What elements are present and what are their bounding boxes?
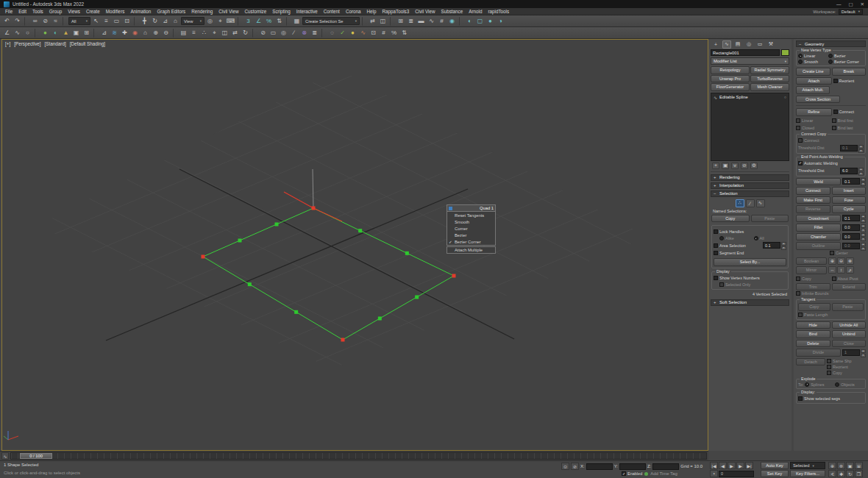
reverse-button[interactable]: Reverse bbox=[796, 205, 830, 213]
cross-section-button[interactable]: Cross Section bbox=[796, 96, 840, 104]
workspace-dropdown[interactable]: Default bbox=[839, 9, 863, 15]
rollout-rendering-header[interactable]: + Rendering bbox=[711, 174, 789, 181]
coord-system-dropdown[interactable]: View bbox=[181, 17, 204, 25]
curve-editor-icon[interactable]: ∿ bbox=[427, 17, 436, 26]
rollout-geometry-header[interactable]: − Geometry bbox=[796, 40, 866, 47]
modifier-stack[interactable]: ∿ Editable Spline ○ bbox=[711, 93, 789, 161]
explode-splines-radio[interactable]: Splines bbox=[805, 382, 833, 387]
rollout-selection-header[interactable]: − Selection bbox=[711, 190, 789, 197]
make-unique-icon[interactable]: ⊎ bbox=[731, 163, 739, 169]
list-tool-icon[interactable]: ▤ bbox=[179, 29, 188, 38]
bezier-vertex-radio[interactable]: Bezier bbox=[828, 54, 864, 58]
about-pivot-checkbox[interactable]: About Pivot bbox=[832, 276, 867, 282]
menu-item[interactable]: Group bbox=[46, 9, 65, 14]
keyboard-override-icon[interactable]: ⌨ bbox=[226, 17, 235, 26]
cone-tool-icon[interactable]: ▲ bbox=[61, 29, 71, 38]
center-checkbox[interactable]: Center bbox=[796, 250, 866, 256]
menu-item[interactable]: File bbox=[2, 9, 15, 14]
detach-reorient-checkbox[interactable]: Reorient bbox=[827, 364, 866, 370]
home-t ool-icon[interactable]: ⌂ bbox=[140, 29, 150, 38]
menu-item[interactable]: Modifiers bbox=[103, 9, 128, 14]
menu-item[interactable]: Edit bbox=[15, 9, 29, 14]
fillet-spinner[interactable]: 0.0▴▾ bbox=[842, 224, 866, 231]
break-button[interactable]: Break bbox=[832, 68, 867, 76]
window-crossing-icon[interactable]: ⊡ bbox=[122, 17, 132, 26]
zoom-icon[interactable]: ⊕ bbox=[828, 462, 836, 469]
lines-tool-icon[interactable]: ≣ bbox=[310, 29, 319, 38]
divide-button[interactable]: Divide bbox=[796, 349, 841, 357]
quad-menu-item[interactable]: Smooth bbox=[447, 218, 495, 225]
cycle-button[interactable]: Cycle bbox=[832, 205, 867, 213]
select-rotate-icon[interactable]: ↻ bbox=[150, 17, 160, 26]
sphere-tool-icon[interactable]: ● bbox=[40, 29, 50, 38]
detach-copy-checkbox[interactable]: Copy bbox=[827, 370, 866, 376]
rotate-tool-icon[interactable]: ↻ bbox=[241, 29, 250, 38]
modifier-button[interactable]: Retopology bbox=[711, 66, 750, 74]
connect-button[interactable]: Connect bbox=[796, 187, 830, 195]
segment-subobject-icon[interactable]: ∕ bbox=[746, 199, 755, 207]
selected-only-checkbox[interactable]: Selected Only bbox=[714, 282, 786, 288]
render-setup-icon[interactable]: ◐ bbox=[465, 17, 474, 26]
delete-button[interactable]: Delete bbox=[796, 340, 830, 348]
modifier-button[interactable]: FloorGenerator bbox=[711, 83, 750, 91]
alike-radio[interactable]: Alike bbox=[719, 236, 753, 240]
viewport-view-menu[interactable]: [Perspective] bbox=[14, 41, 40, 46]
segment-end-checkbox[interactable]: Segment End bbox=[714, 250, 786, 256]
bezier-corner-vertex-radio[interactable]: Bezier Corner bbox=[828, 60, 864, 64]
fillet-button[interactable]: Fillet bbox=[796, 224, 841, 232]
enabled-checkbox[interactable]: Enabled bbox=[622, 471, 642, 477]
pivot-tool-icon[interactable]: ◎ bbox=[279, 29, 288, 38]
slash-tool-icon[interactable]: ∕ bbox=[289, 29, 299, 38]
bind-last-checkbox[interactable]: Bind last bbox=[832, 125, 867, 131]
align-tool-icon[interactable]: ◫ bbox=[220, 29, 230, 38]
mirror-vertical-icon[interactable]: ↕ bbox=[837, 266, 845, 274]
insert-button[interactable]: Insert bbox=[832, 187, 867, 195]
object-name-field[interactable]: Rectangle001 bbox=[711, 49, 780, 56]
x-coordinate-field[interactable] bbox=[586, 463, 613, 470]
make-first-button[interactable]: Make First bbox=[796, 196, 830, 204]
spline-subobject-icon[interactable]: ∿ bbox=[756, 199, 765, 207]
vertex-subobject-icon[interactable]: ∴ bbox=[736, 199, 744, 207]
box-tool-icon[interactable]: ▣ bbox=[71, 29, 81, 38]
fuse-button[interactable]: Fuse bbox=[832, 196, 867, 204]
lamp-tool-icon[interactable]: ● bbox=[348, 29, 357, 38]
menu-item[interactable]: rapidTools bbox=[485, 9, 512, 14]
disable-tool-icon[interactable]: ⊘ bbox=[258, 29, 268, 38]
menu-item[interactable]: Arnold bbox=[466, 9, 485, 14]
dotted-circle-tool-icon[interactable]: ◌ bbox=[327, 29, 337, 38]
modifier-button[interactable]: Mesh Cleaner bbox=[750, 83, 789, 91]
select-link-icon[interactable]: ∞ bbox=[30, 17, 40, 26]
select-by-button[interactable]: Select By... bbox=[714, 258, 786, 266]
next-frame-button[interactable]: ▶ bbox=[736, 462, 744, 469]
updown-tool-icon[interactable]: ⇅ bbox=[399, 29, 409, 38]
explode-objects-radio[interactable]: Objects bbox=[835, 382, 864, 387]
boolean-union-icon[interactable]: ⊕ bbox=[828, 257, 836, 265]
close-button[interactable]: Close bbox=[832, 340, 867, 348]
noise-tool-icon[interactable]: ∿ bbox=[358, 29, 368, 38]
maximize-viewport-icon[interactable]: ❒ bbox=[855, 470, 863, 477]
pin-stack-icon[interactable]: ⌖ bbox=[712, 163, 719, 169]
target-tool-icon[interactable]: ◉ bbox=[130, 29, 140, 38]
rect-tool-icon[interactable]: ▭ bbox=[268, 29, 278, 38]
current-frame-field[interactable]: 0 bbox=[719, 471, 754, 477]
menu-item[interactable]: Animation bbox=[127, 9, 154, 14]
trim-button[interactable]: Trim bbox=[796, 283, 830, 291]
rollout-soft-selection-header[interactable]: + Soft Selection bbox=[711, 299, 789, 306]
set-key-button[interactable]: Set Key bbox=[761, 470, 789, 477]
modifier-button[interactable]: Unwrap Pro bbox=[711, 75, 750, 83]
hide-button[interactable]: Hide bbox=[796, 321, 830, 329]
boolean-intersect-icon[interactable]: ⊗ bbox=[846, 257, 854, 265]
menu-item[interactable]: Rendering bbox=[188, 9, 216, 14]
mini-curve-editor-icon[interactable]: ∿ bbox=[1, 452, 9, 460]
viewport[interactable]: [+] [Perspective] [Standard] [Default Sh… bbox=[1, 39, 708, 451]
redo-icon[interactable]: ↷ bbox=[13, 17, 22, 26]
crossinsert-spinner[interactable]: 0.1▴▾ bbox=[842, 215, 866, 221]
points-tool-icon[interactable]: ∴ bbox=[199, 29, 209, 38]
menu-item[interactable]: Graph Editors bbox=[154, 9, 188, 14]
weld-button[interactable]: Weld bbox=[796, 178, 841, 186]
key-filters-button[interactable]: Key Filters... bbox=[790, 470, 825, 477]
menu-item[interactable]: RappaTools3 bbox=[379, 9, 412, 14]
stack-item-editable-spline[interactable]: ∿ Editable Spline ○ bbox=[712, 94, 788, 101]
boolean-button[interactable]: Boolean bbox=[796, 257, 827, 265]
quad-menu-item[interactable]: Corner bbox=[447, 225, 495, 232]
